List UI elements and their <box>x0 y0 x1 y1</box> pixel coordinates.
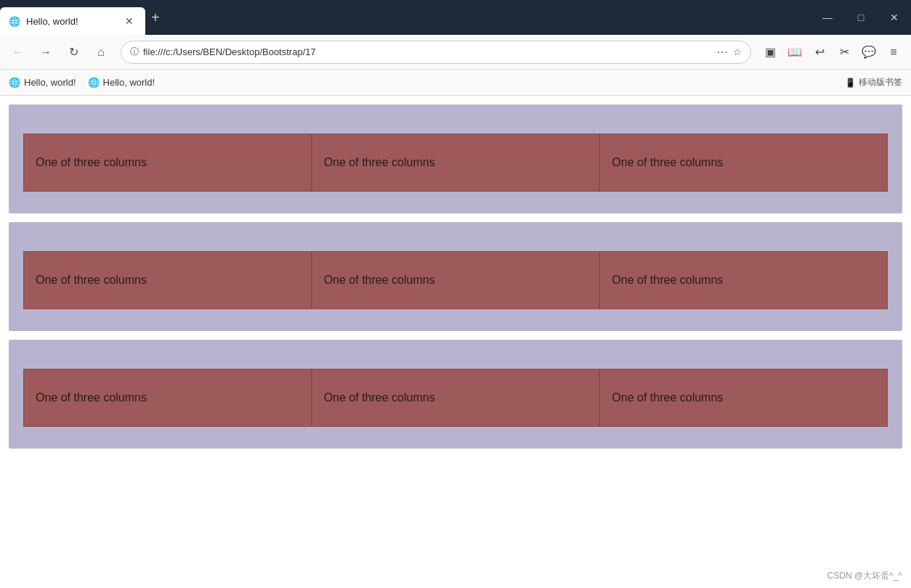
bookmark-label-2: Hello, world! <box>103 77 155 88</box>
mobile-bookmarks[interactable]: 📱 移动版书签 <box>845 76 902 89</box>
bookmark-item-1[interactable]: 🌐 Hello, world! <box>9 77 76 88</box>
bookmark-favicon-1: 🌐 <box>9 77 20 88</box>
col-2-3: One of three columns <box>599 251 888 309</box>
comment-icon[interactable]: 💬 <box>857 41 880 64</box>
col-text-2-1: One of three columns <box>36 274 147 286</box>
forward-button[interactable]: → <box>33 40 58 65</box>
tab-close-button[interactable]: ✕ <box>122 14 137 28</box>
watermark-text: CSDN @大坏蛋^_^ <box>827 571 902 581</box>
mobile-icon: 📱 <box>845 78 856 88</box>
minimize-button[interactable]: — <box>811 0 844 35</box>
active-tab[interactable]: 🌐 Hello, world! ✕ <box>0 7 145 35</box>
menu-icon[interactable]: ≡ <box>882 41 905 64</box>
close-button[interactable]: ✕ <box>878 0 911 35</box>
url-display: file:///c:/Users/BEN/Desktop/Bootstrap/1… <box>143 46 713 57</box>
col-text-1-3: One of three columns <box>612 156 723 168</box>
col-1-3: One of three columns <box>599 134 888 192</box>
col-1-2: One of three columns <box>312 134 600 192</box>
new-tab-button[interactable]: + <box>151 9 160 26</box>
col-text-3-1: One of three columns <box>36 391 147 404</box>
address-more-button[interactable]: ··· <box>717 46 729 59</box>
col-3-2: One of three columns <box>312 369 600 427</box>
grid-row-2: One of three columns One of three column… <box>23 251 888 309</box>
col-text-1-1: One of three columns <box>36 156 147 168</box>
col-3-1: One of three columns <box>23 369 312 427</box>
clip-icon[interactable]: ✂ <box>833 41 856 64</box>
col-text-2-2: One of three columns <box>324 274 435 286</box>
tab-title: Hello, world! <box>26 16 78 27</box>
navbar: ← → ↻ ⌂ ⓘ file:///c:/Users/BEN/Desktop/B… <box>0 35 911 70</box>
collections-icon[interactable]: ▣ <box>758 41 782 64</box>
col-text-3-3: One of three columns <box>612 391 723 404</box>
col-1-1: One of three columns <box>23 134 312 192</box>
grid-row-1: One of three columns One of three column… <box>23 134 888 192</box>
address-bar[interactable]: ⓘ file:///c:/Users/BEN/Desktop/Bootstrap… <box>121 41 751 64</box>
window-controls: — □ ✕ <box>811 0 911 35</box>
grid-container-3: One of three columns One of three column… <box>9 340 902 449</box>
bookmark-favicon-2: 🌐 <box>88 77 100 88</box>
watermark: CSDN @大坏蛋^_^ <box>827 570 902 582</box>
main-content: One of three columns One of three column… <box>0 96 911 588</box>
grid-container-1: One of three columns One of three column… <box>9 105 902 213</box>
grid-container-2: One of three columns One of three column… <box>9 222 902 331</box>
col-text-2-3: One of three columns <box>612 274 723 286</box>
col-text-3-2: One of three columns <box>324 391 435 404</box>
bookmark-item-2[interactable]: 🌐 Hello, world! <box>88 77 155 88</box>
refresh-button[interactable]: ↻ <box>61 40 86 65</box>
back-button[interactable]: ← <box>6 40 31 65</box>
titlebar: 🌐 Hello, world! ✕ + — □ ✕ <box>0 0 911 35</box>
maximize-button[interactable]: □ <box>844 0 878 35</box>
home-button[interactable]: ⌂ <box>89 40 113 65</box>
nav-right-icons: ▣ 📖 ↩ ✂ 💬 ≡ <box>758 41 905 64</box>
col-2-1: One of three columns <box>23 251 312 309</box>
back2-icon[interactable]: ↩ <box>808 41 831 64</box>
col-text-1-2: One of three columns <box>324 156 435 168</box>
bookmarks-bar: 🌐 Hello, world! 🌐 Hello, world! 📱 移动版书签 <box>0 70 911 96</box>
grid-row-3: One of three columns One of three column… <box>23 369 888 427</box>
tab-favicon: 🌐 <box>9 16 20 27</box>
bookmark-label-1: Hello, world! <box>24 77 76 88</box>
reading-mode-icon[interactable]: 📖 <box>783 41 806 64</box>
secure-icon: ⓘ <box>130 46 139 58</box>
col-3-3: One of three columns <box>599 369 888 427</box>
bookmark-star-icon[interactable]: ☆ <box>733 46 742 57</box>
col-2-2: One of three columns <box>312 251 600 309</box>
mobile-bookmarks-label: 移动版书签 <box>859 76 902 89</box>
